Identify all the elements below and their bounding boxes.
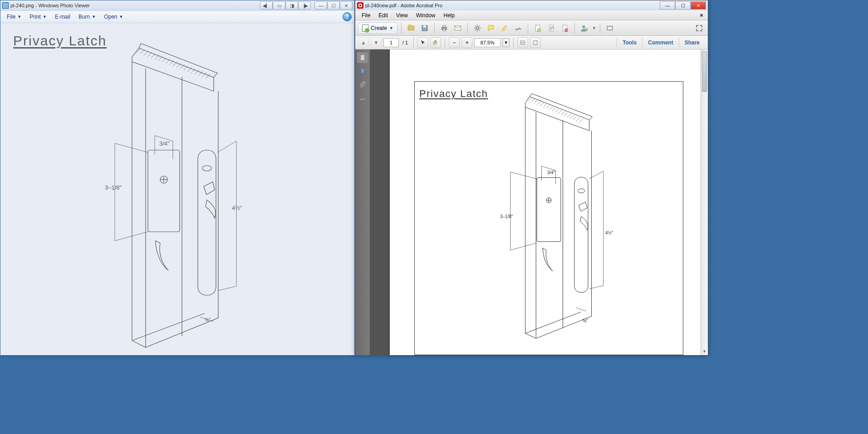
close-button[interactable]: ✕ [340,1,353,10]
svg-line-33 [217,141,236,152]
share-user-icon[interactable] [579,22,590,34]
menu-print[interactable]: Print▼ [26,12,50,21]
zoom-in-button[interactable]: + [461,37,472,48]
tab-comment[interactable]: Comment [642,38,678,48]
svg-rect-74 [537,178,561,242]
zoom-level-input[interactable] [474,38,500,47]
scroll-down-icon[interactable]: ▼ [701,348,708,355]
dimension-right: 4½" [232,205,242,211]
page-plus-icon [362,24,368,32]
highlight-icon[interactable] [499,22,510,34]
bookmarks-panel-button[interactable] [357,66,368,77]
svg-line-59 [540,102,544,106]
fit-control-icon[interactable]: ▭ [273,1,285,10]
svg-line-88 [576,308,587,312]
actual-size-control-icon[interactable]: ◨ [285,1,298,10]
drawing-border: Privacy Latch [414,81,683,355]
menu-burn-label: Burn [78,14,90,20]
svg-line-80 [510,172,537,179]
maximize-button[interactable]: ☐ [327,1,340,10]
svg-line-66 [561,112,565,115]
privacy-latch-drawing [0,23,354,354]
menu-edit[interactable]: Edit [375,11,392,20]
minimize-button[interactable]: — [660,1,675,10]
svg-point-78 [578,189,584,193]
attachments-panel-button[interactable] [357,79,368,90]
minimize-button[interactable]: — [314,1,327,10]
close-button[interactable]: ✕ [691,1,706,10]
rotate-page-icon[interactable] [545,22,557,34]
windows-photo-viewer-window: pl-240.png - Windows Photo Viewer ◀▏ ▭ ◨… [0,0,355,356]
photo-window-title: pl-240.png - Windows Photo Viewer [10,3,90,8]
zoom-dropdown-button[interactable]: ▼ [502,38,510,47]
document-close-button[interactable]: × [698,12,705,19]
open-button[interactable] [405,22,417,34]
select-tool-button[interactable] [417,37,428,48]
scroll-thumb[interactable] [702,51,707,92]
svg-rect-54 [361,55,364,60]
prev-control-icon[interactable]: ◀▏ [260,1,273,10]
menu-email-label: E-mail [55,14,70,20]
create-button[interactable]: Create ▼ [358,22,397,34]
delete-page-icon[interactable] [559,22,571,34]
save-button[interactable] [419,22,431,34]
pdf-page: Privacy Latch [390,49,703,355]
menu-file[interactable]: File [358,11,374,20]
acrobat-toolbar-main: Create ▼ ▼ [355,20,708,36]
svg-line-27 [115,143,148,152]
vertical-scrollbar[interactable]: ▲ ▼ [701,49,708,355]
dimension-left: 3–1/8" [105,184,122,191]
page-up-button[interactable]: ▲ [358,37,369,48]
chevron-down-icon: ▼ [92,15,96,19]
create-button-label: Create [371,25,387,31]
svg-rect-39 [443,25,446,27]
svg-line-34 [217,286,236,291]
document-area[interactable]: Privacy Latch [370,49,708,355]
reading-mode-button[interactable] [693,22,705,34]
menu-email[interactable]: E-mail [51,12,74,21]
menu-file-label: File [7,14,15,20]
share-dropdown-icon[interactable]: ▼ [592,26,596,30]
sign-icon[interactable] [512,22,524,34]
tab-tools[interactable]: Tools [617,38,642,48]
menu-view[interactable]: View [392,11,412,20]
page-number-input[interactable] [383,38,399,47]
fit-width-button[interactable] [517,37,528,48]
signatures-panel-button[interactable] [357,93,368,104]
comment-bubble-icon[interactable] [485,22,497,34]
menu-help[interactable]: Help [440,11,459,20]
email-button[interactable] [452,22,464,34]
dimension-bottom: ⅝" [205,317,211,322]
menu-file[interactable]: File▼ [3,12,25,21]
svg-rect-37 [423,25,426,28]
help-button[interactable]: ? [343,12,352,21]
acrobat-window-title: pl-240new.pdf - Adobe Acrobat Pro [365,3,442,8]
acrobat-app-icon [357,2,363,9]
photo-titlebar[interactable]: pl-240.png - Windows Photo Viewer ◀▏ ▭ ◨… [0,0,354,10]
maximize-button[interactable]: ☐ [675,1,691,10]
svg-rect-51 [608,27,612,29]
fit-page-button[interactable] [530,37,541,48]
svg-line-5 [155,55,159,59]
scan-icon[interactable] [604,22,616,34]
menu-burn[interactable]: Burn▼ [75,12,99,21]
tab-share[interactable]: Share [679,38,705,48]
print-button[interactable] [438,22,450,34]
page-total-label: / 1 [401,40,410,45]
insert-page-icon[interactable] [532,22,544,34]
page-down-button[interactable]: ▼ [371,37,382,48]
svg-line-58 [537,101,541,105]
next-control-icon[interactable]: ▕▶ [298,1,311,10]
svg-line-2 [144,51,148,55]
thumbnails-panel-button[interactable] [357,52,368,63]
svg-line-4 [151,54,156,58]
zoom-out-button[interactable]: − [449,37,460,48]
acrobat-titlebar[interactable]: pl-240new.pdf - Adobe Acrobat Pro — ☐ ✕ [355,0,708,10]
dimension-top: 3/4" [547,170,555,175]
hand-tool-button[interactable] [430,37,441,48]
menu-window[interactable]: Window [412,11,439,20]
menu-open[interactable]: Open▼ [100,12,127,21]
dimension-bottom: ⅝" [583,318,588,323]
settings-gear-icon[interactable] [471,22,483,34]
photo-menubar: File▼ Print▼ E-mail Burn▼ Open▼ ? [0,10,354,23]
